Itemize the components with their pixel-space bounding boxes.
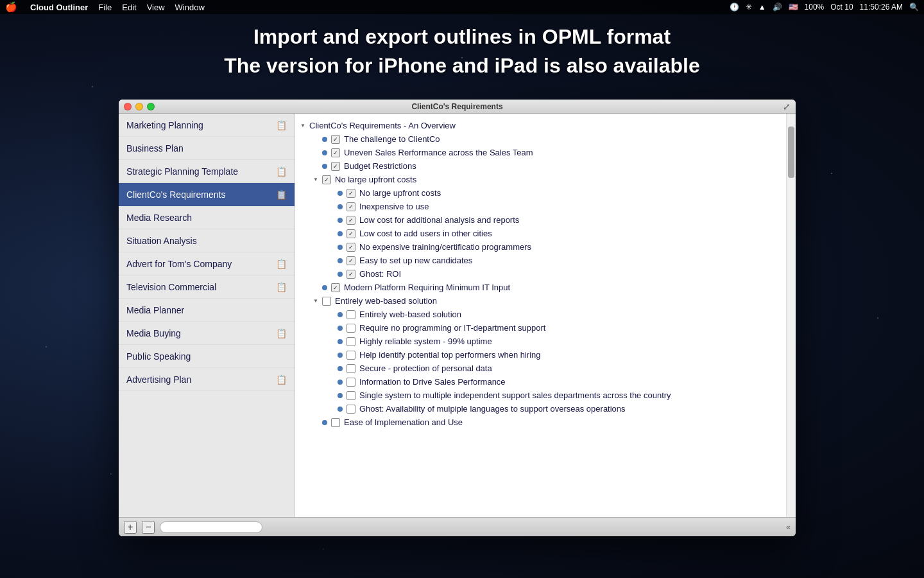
outline-row-identify[interactable]: ▼ Help identify potential top performers…	[295, 348, 786, 362]
menu-view[interactable]: View	[147, 3, 165, 12]
outline-row-single-system[interactable]: ▼ Single system to multiple independent …	[295, 389, 786, 402]
bullet-single-system	[338, 393, 343, 398]
search-menubar-icon[interactable]: 🔍	[909, 3, 919, 12]
checkbox-info-drive[interactable]	[346, 378, 355, 387]
checkbox-ghost-roi[interactable]	[346, 270, 355, 279]
sidebar-item-strategic-planning[interactable]: Strategic Planning Template 📋	[119, 160, 295, 183]
outline-row-web-based-parent[interactable]: ▼ Entirely web-based solution	[295, 294, 786, 308]
outline-text-budget: Budget Restrictions	[344, 161, 786, 171]
outline-text-root: ClientCo's Requirements - An Overview	[309, 121, 786, 130]
bullet-challenge	[322, 137, 327, 142]
minimize-button[interactable]	[135, 103, 143, 110]
checkbox-modern-platform[interactable]	[331, 283, 340, 292]
expand-icon[interactable]: ⤢	[783, 101, 791, 112]
remove-item-button[interactable]: −	[142, 521, 155, 534]
checkbox-web-based-parent[interactable]	[322, 297, 331, 306]
outline-row-no-training[interactable]: ▼ No expensive training/certificatio pro…	[295, 240, 786, 254]
checkbox-low-cost-analysis[interactable]	[346, 216, 355, 225]
checkbox-easy-setup[interactable]	[346, 256, 355, 265]
app-name[interactable]: Cloud Outliner	[30, 3, 88, 12]
outline-row-ghost-roi[interactable]: ▼ Ghost: ROI	[295, 267, 786, 281]
menubar-right: 🕐 ✳ ▲ 🔊 🇺🇸 100% Oct 10 11:50:26 AM 🔍	[730, 3, 919, 12]
sidebar-item-situation-analysis[interactable]: Situation Analysis	[119, 229, 295, 252]
window-title: ClientCo's Requirements	[411, 102, 502, 111]
checkbox-reliable[interactable]	[346, 337, 355, 346]
apple-icon[interactable]: 🍎	[5, 1, 17, 13]
outline-row-uneven[interactable]: ▼ Uneven Sales Rerformance across the Sa…	[295, 146, 786, 159]
bluetooth-icon: ✳	[746, 3, 752, 12]
sidebar-item-public-speaking[interactable]: Public Speaking	[119, 345, 295, 368]
bullet-budget	[322, 164, 327, 169]
outline-row-no-large-sub[interactable]: ▼ No large upfront costs	[295, 186, 786, 200]
checkbox-inexpensive[interactable]	[346, 202, 355, 211]
outline-row-ease[interactable]: ▼ Ease of Implemenation and Use	[295, 416, 786, 429]
cloud-icon-2: 📋	[276, 166, 287, 177]
sidebar-item-advertising-plan[interactable]: Advertising Plan 📋	[119, 368, 295, 391]
outline-row-ghost-lang[interactable]: ▼ Ghost: Availability of mulpiple langua…	[295, 402, 786, 416]
outline-row-info-drive[interactable]: ▼ Information to Drive Sales Performance	[295, 375, 786, 389]
checkbox-no-large[interactable]	[322, 175, 331, 184]
sidebar-item-marketing-planning[interactable]: Marketing Planning 📋	[119, 114, 295, 137]
maximize-button[interactable]	[147, 103, 155, 110]
header-line2: The version for iPhone and iPad is also …	[0, 51, 924, 80]
checkbox-no-programming[interactable]	[346, 324, 355, 333]
bullet-easy-setup	[338, 258, 343, 263]
outline-row-low-cost-users[interactable]: ▼ Low cost to add users in other cities	[295, 227, 786, 240]
sidebar-item-media-research[interactable]: Media Research	[119, 206, 295, 229]
collapse-sidebar-button[interactable]: «	[786, 523, 791, 532]
add-item-button[interactable]: +	[124, 521, 137, 534]
checkbox-ghost-lang[interactable]	[346, 405, 355, 414]
search-input[interactable]	[160, 521, 262, 533]
checkbox-budget[interactable]	[331, 162, 340, 171]
sidebar-item-media-planner[interactable]: Media Planner	[119, 299, 295, 322]
checkbox-no-training[interactable]	[346, 243, 355, 252]
checkbox-single-system[interactable]	[346, 391, 355, 400]
checkbox-challenge[interactable]	[331, 135, 340, 144]
outline-row-modern-platform[interactable]: ▼ Modern Platform Requiring Minimum IT I…	[295, 281, 786, 294]
bullet-secure	[338, 366, 343, 371]
outline-text-inexpensive: Inexpensive to use	[359, 202, 786, 211]
outline-row-easy-setup[interactable]: ▼ Easy to set up new candidates	[295, 254, 786, 267]
sidebar-item-advert-tom[interactable]: Advert for Tom's Company 📋	[119, 252, 295, 276]
cloud-icon-9: 📋	[276, 328, 287, 338]
checkbox-uneven[interactable]	[331, 148, 340, 157]
checkbox-identify[interactable]	[346, 351, 355, 360]
bullet-no-training	[338, 245, 343, 250]
outline-row-challenge[interactable]: ▼ The challenge to ClientCo	[295, 132, 786, 146]
sidebar-item-media-buying[interactable]: Media Buying 📋	[119, 322, 295, 345]
window-body: Marketing Planning 📋 Business Plan Strat…	[119, 114, 796, 517]
close-button[interactable]	[124, 103, 132, 110]
menu-file[interactable]: File	[98, 3, 112, 12]
bullet-modern-platform	[322, 285, 327, 290]
checkbox-ease[interactable]	[331, 418, 340, 427]
checkbox-web-based-sub[interactable]	[346, 310, 355, 319]
sidebar-item-television-commercial[interactable]: Television Commercial 📋	[119, 276, 295, 299]
menu-edit[interactable]: Edit	[122, 3, 136, 12]
datetime: Oct 10	[830, 3, 853, 12]
outline-row-budget[interactable]: ▼ Budget Restrictions	[295, 159, 786, 173]
sidebar-item-clientco[interactable]: ClientCo's Requirements 📋	[119, 183, 295, 206]
outline-row-reliable[interactable]: ▼ Highly reliable system - 99% uptime	[295, 335, 786, 348]
checkbox-no-large-sub[interactable]	[346, 189, 355, 198]
outline-row-root[interactable]: ▼ ClientCo's Requirements - An Overview	[295, 119, 786, 132]
outline-row-secure[interactable]: ▼ Secure - protection of personal data	[295, 362, 786, 375]
scrollbar[interactable]	[786, 114, 796, 517]
outline-row-low-cost-analysis[interactable]: ▼ Low cost for additional analysis and r…	[295, 213, 786, 227]
checkbox-secure[interactable]	[346, 364, 355, 373]
outline-text-no-programming: Require no programming or IT-department …	[359, 323, 786, 333]
wifi-icon: ▲	[758, 3, 766, 12]
outline-text-no-large: No large upfront costs	[335, 175, 786, 184]
checkbox-low-cost-users[interactable]	[346, 229, 355, 238]
outline-text-ghost-roi: Ghost: ROI	[359, 269, 786, 279]
outline-row-no-large[interactable]: ▼ No large upfront costs	[295, 173, 786, 186]
outline-row-no-programming[interactable]: ▼ Require no programming or IT-departmen…	[295, 321, 786, 335]
menubar-left: 🍎 Cloud Outliner File Edit View Window	[5, 1, 205, 13]
cloud-icon-3: 📋	[276, 189, 287, 200]
outline-row-inexpensive[interactable]: ▼ Inexpensive to use	[295, 200, 786, 213]
cloud-icon-6: 📋	[276, 259, 287, 269]
outline-row-web-based-sub[interactable]: ▼ Entirely web-based solution	[295, 308, 786, 321]
menu-window[interactable]: Window	[175, 3, 205, 12]
scrollbar-thumb[interactable]	[788, 127, 794, 178]
sidebar-item-business-plan[interactable]: Business Plan	[119, 137, 295, 160]
volume-icon: 🔊	[773, 3, 782, 12]
